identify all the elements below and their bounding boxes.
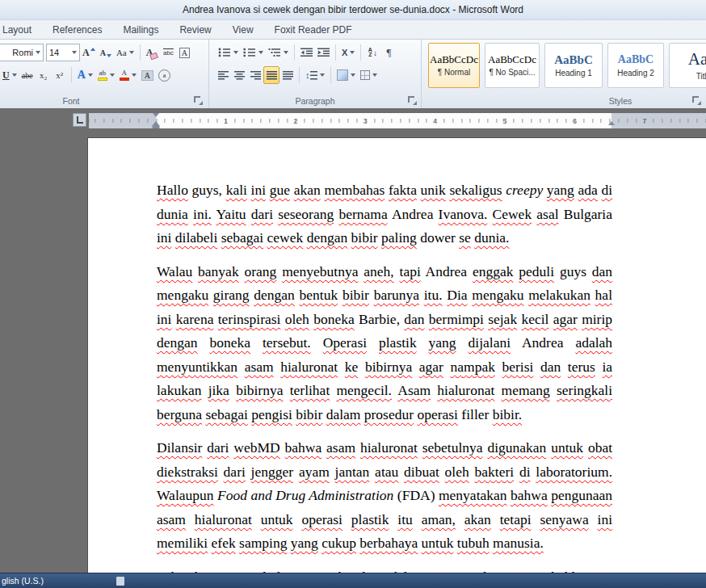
misspelled-word[interactable]: se bbox=[459, 229, 471, 246]
font-color-button[interactable]: A bbox=[117, 66, 139, 84]
misspelled-word[interactable]: bakteri bbox=[475, 464, 515, 480]
misspelled-word[interactable]: bibir bbox=[351, 229, 378, 246]
tab-stop-selector[interactable] bbox=[73, 113, 86, 127]
misspelled-word[interactable]: jantan bbox=[335, 464, 370, 480]
font-size-combo[interactable]: 14 bbox=[46, 44, 80, 61]
misspelled-word[interactable]: operasi bbox=[417, 406, 458, 422]
misspelled-word[interactable]: menyuntikkan bbox=[157, 359, 237, 375]
style-card-normal[interactable]: AaBbCcDc ¶ Normal bbox=[428, 43, 480, 88]
misspelled-word[interactable]: mengecil. bbox=[336, 382, 392, 398]
misspelled-word[interactable]: dan bbox=[404, 311, 424, 327]
tab-view[interactable]: View bbox=[222, 21, 264, 39]
enclose-characters-button[interactable]: a bbox=[156, 66, 173, 84]
misspelled-word[interactable]: unik bbox=[421, 182, 446, 198]
misspelled-word[interactable]: webMD bbox=[233, 439, 279, 456]
misspelled-word[interactable]: memiliki bbox=[157, 535, 208, 551]
misspelled-word[interactable]: Dilansir bbox=[157, 439, 202, 456]
misspelled-word[interactable]: dunia. bbox=[474, 229, 509, 246]
tab-mailings[interactable]: Mailings bbox=[112, 21, 169, 39]
misspelled-word[interactable]: dan bbox=[540, 359, 561, 375]
misspelled-word[interactable]: ia bbox=[602, 359, 612, 375]
style-card-heading-1[interactable]: AaBbC Heading 1 bbox=[544, 43, 603, 88]
misspelled-word[interactable]: mirip bbox=[582, 311, 612, 327]
horizontal-ruler[interactable]: 1234567 bbox=[89, 113, 706, 128]
paragraph-dialog-launcher[interactable] bbox=[408, 96, 417, 105]
misspelled-word[interactable]: akan bbox=[294, 182, 321, 198]
misspelled-word[interactable]: agar bbox=[553, 311, 578, 327]
document-page[interactable]: Hallo guys, kali ini gue akan membahas f… bbox=[87, 137, 706, 573]
misspelled-word[interactable]: dijalani bbox=[469, 334, 511, 351]
misspelled-word[interactable]: cukup bbox=[321, 535, 356, 551]
bullets-button[interactable] bbox=[216, 44, 241, 61]
misspelled-word[interactable]: hialuronat bbox=[437, 382, 494, 398]
align-right-button[interactable] bbox=[247, 66, 263, 84]
align-center-button[interactable] bbox=[231, 66, 247, 84]
misspelled-word[interactable]: fakta bbox=[389, 182, 417, 198]
misspelled-word[interactable]: oleh bbox=[445, 464, 469, 480]
misspelled-word[interactable]: kecil bbox=[521, 311, 548, 327]
tab-page-layout[interactable]: Layout bbox=[0, 21, 42, 39]
misspelled-word[interactable]: oleh bbox=[285, 311, 309, 327]
misspelled-word[interactable]: dari bbox=[251, 206, 273, 222]
misspelled-word[interactable]: ini bbox=[157, 311, 171, 327]
misspelled-word[interactable]: bibirnya bbox=[365, 359, 412, 375]
misspelled-word[interactable]: manusia. bbox=[493, 535, 544, 551]
misspelled-word[interactable]: ini bbox=[251, 182, 266, 198]
misspelled-word[interactable]: atau bbox=[375, 464, 398, 480]
paragraph[interactable]: Hallo guys, kali ini gue akan membahas f… bbox=[157, 178, 612, 250]
grow-font-button[interactable]: A bbox=[80, 44, 98, 61]
misspelled-word[interactable]: hialuronat bbox=[195, 511, 252, 527]
misspelled-word[interactable]: Walau bbox=[157, 263, 192, 279]
tab-foxit-reader-pdf[interactable]: Foxit Reader PDF bbox=[264, 21, 363, 39]
misspelled-word[interactable]: dari bbox=[207, 439, 229, 456]
misspelled-word[interactable]: gue bbox=[270, 182, 290, 198]
misspelled-word[interactable]: laboratorium. bbox=[536, 464, 612, 480]
misspelled-word[interactable]: kali bbox=[226, 182, 247, 198]
misspelled-word[interactable]: peduli bbox=[519, 263, 554, 279]
misspelled-word[interactable]: plastik bbox=[351, 511, 389, 527]
misspelled-word[interactable]: untuk bbox=[551, 439, 583, 456]
misspelled-word[interactable]: ada bbox=[578, 182, 598, 198]
misspelled-word[interactable]: boneka bbox=[209, 334, 250, 351]
misspelled-word[interactable]: bahwa bbox=[285, 439, 322, 456]
misspelled-word[interactable]: tubuh bbox=[457, 535, 490, 551]
text-effects-button[interactable]: A bbox=[75, 66, 95, 84]
misspelled-word[interactable]: ayam bbox=[299, 464, 330, 480]
misspelled-word[interactable]: sebagai bbox=[221, 229, 263, 246]
misspelled-word[interactable]: membahas bbox=[324, 182, 385, 198]
misspelled-word[interactable]: obat bbox=[588, 439, 612, 456]
borders-button[interactable] bbox=[358, 66, 380, 84]
misspelled-word[interactable]: nampak bbox=[451, 359, 495, 375]
misspelled-word[interactable]: asal bbox=[536, 206, 558, 222]
style-card-no-spacing[interactable]: AaBbCcDc ¶ No Spaci... bbox=[485, 43, 540, 88]
phonetic-guide-button[interactable]: abc bbox=[160, 44, 176, 61]
misspelled-word[interactable]: terlihat bbox=[290, 382, 330, 398]
misspelled-word[interactable]: memang bbox=[502, 382, 550, 398]
misspelled-word[interactable]: berisi bbox=[502, 359, 533, 375]
misspelled-word[interactable]: dalam bbox=[326, 406, 361, 422]
misspelled-word[interactable]: lakukan bbox=[157, 382, 201, 398]
misspelled-word[interactable]: untuk bbox=[422, 535, 454, 551]
misspelled-word[interactable]: dengan bbox=[254, 287, 295, 303]
show-paragraph-marks-button[interactable]: ¶ bbox=[380, 44, 397, 61]
misspelled-word[interactable]: orang bbox=[244, 263, 276, 279]
misspelled-word[interactable]: sebagai bbox=[205, 406, 247, 422]
misspelled-word[interactable]: agar bbox=[419, 359, 443, 375]
misspelled-word[interactable]: enggak bbox=[473, 263, 514, 279]
distributed-button[interactable] bbox=[279, 66, 296, 84]
right-indent-marker[interactable] bbox=[608, 121, 615, 125]
title-bar[interactable]: Andrea Ivanova si cewek dengan bibir ter… bbox=[0, 0, 706, 20]
misspelled-word[interactable]: bermimpi bbox=[429, 311, 484, 327]
misspelled-word[interactable]: hialuronat bbox=[360, 439, 418, 456]
misspelled-word[interactable]: tersebut. bbox=[263, 334, 311, 351]
misspelled-word[interactable]: di bbox=[602, 182, 613, 198]
misspelled-word[interactable]: yang bbox=[547, 182, 574, 198]
numbering-button[interactable] bbox=[241, 44, 266, 61]
paragraph[interactable]: Walau banyak orang menyebutnya aneh, tap… bbox=[157, 260, 612, 427]
misspelled-word[interactable]: adalah bbox=[575, 334, 612, 351]
misspelled-word[interactable]: ke bbox=[345, 359, 359, 375]
misspelled-word[interactable]: prosedur bbox=[364, 406, 414, 422]
misspelled-word[interactable]: jengger bbox=[251, 464, 293, 480]
misspelled-word[interactable]: asam bbox=[245, 359, 274, 375]
justify-button[interactable] bbox=[263, 66, 279, 84]
